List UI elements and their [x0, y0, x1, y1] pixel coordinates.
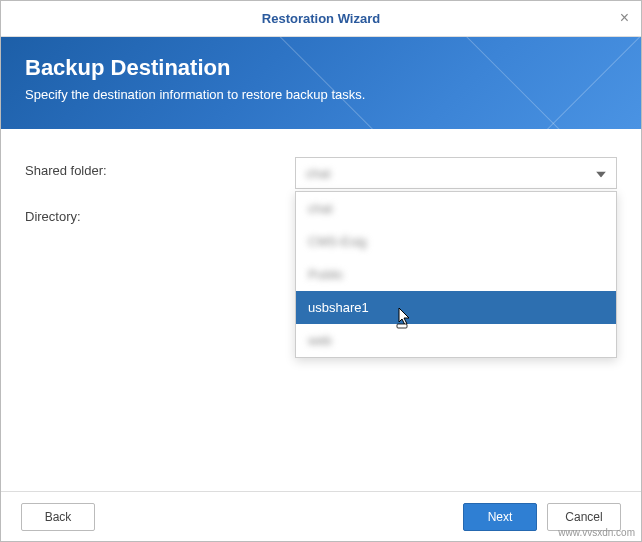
titlebar: Restoration Wizard × [1, 1, 641, 37]
dropdown-item-label: chat [308, 201, 333, 216]
directory-label: Directory: [25, 203, 295, 224]
shared-folder-select[interactable]: chat [295, 157, 617, 189]
dropdown-item[interactable]: CMS-Esig [296, 225, 616, 258]
dropdown-item-usbshare1[interactable]: usbshare1 [296, 291, 616, 324]
shared-folder-row: Shared folder: chat chat CMS-Esig [25, 157, 617, 189]
watermark-text: www.vvsxdn.com [558, 527, 635, 538]
shared-folder-value: chat [306, 166, 331, 181]
chevron-down-icon [596, 166, 606, 181]
shared-folder-label: Shared folder: [25, 157, 295, 178]
dropdown-item-label: CMS-Esig [308, 234, 367, 249]
window-title: Restoration Wizard [262, 11, 380, 26]
content-area: Shared folder: chat chat CMS-Esig [1, 129, 641, 266]
dropdown-item-label: web [308, 333, 332, 348]
footer: Back Next Cancel [1, 491, 641, 541]
banner: Backup Destination Specify the destinati… [1, 37, 641, 129]
wizard-window: Restoration Wizard × Backup Destination … [0, 0, 642, 542]
page-title: Backup Destination [25, 55, 617, 81]
dropdown-item[interactable]: Public [296, 258, 616, 291]
dropdown-item[interactable]: web [296, 324, 616, 357]
back-button[interactable]: Back [21, 503, 95, 531]
shared-folder-select-wrap: chat chat CMS-Esig Public [295, 157, 617, 189]
shared-folder-dropdown: chat CMS-Esig Public usbshare1 [295, 191, 617, 358]
dropdown-item-label: Public [308, 267, 343, 282]
close-icon[interactable]: × [620, 9, 629, 27]
next-button[interactable]: Next [463, 503, 537, 531]
dropdown-item-label: usbshare1 [308, 300, 369, 315]
dropdown-item[interactable]: chat [296, 192, 616, 225]
page-subtitle: Specify the destination information to r… [25, 87, 617, 102]
